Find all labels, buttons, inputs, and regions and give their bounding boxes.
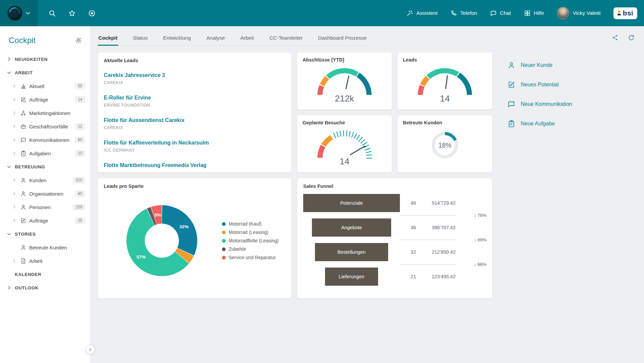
tab-status[interactable]: Status — [132, 32, 148, 45]
legend-dot — [222, 231, 226, 234]
sidebar-item-auftraege-betreuung[interactable]: Aufträge 25 — [0, 214, 90, 227]
funnel-bar-label: Bestellungen — [337, 249, 366, 255]
card-title: Abschlüsse [YTD] — [303, 57, 386, 63]
legend-label: Motorrad (Kauf) — [229, 221, 262, 227]
lead-link[interactable]: Carekix Jahresservice 3 — [104, 72, 165, 78]
telefon-button[interactable]: Telefon — [450, 10, 477, 17]
sidebar-item-organisationen[interactable]: Organisationen 60 — [0, 187, 90, 200]
funnel-bar-potenziale: Potenziale — [303, 194, 400, 212]
search-icon[interactable] — [48, 9, 56, 17]
card-title: Geplante Besuche — [303, 120, 386, 125]
lead-item: Flotte für Aussendienst Carekix CAREKIX — [104, 117, 285, 130]
user-menu[interactable]: Vicky Valetti — [557, 7, 601, 19]
abschluesse-gauge-chart: 212k — [310, 63, 379, 104]
neue-kommunikation-button[interactable]: Neue Kommunikation — [507, 100, 636, 108]
item-label: Kommunikationen — [29, 137, 73, 143]
funnel-amount: 396'707.42 — [416, 225, 456, 230]
funnel-conversion: ↓ 89% — [456, 237, 487, 242]
sidebar-section-betreuung[interactable]: BETREUUNG — [0, 160, 90, 173]
item-label: Aktuell — [29, 83, 73, 89]
legend-item: Motorradflotte (Leasing) — [222, 238, 279, 243]
record-icon[interactable] — [88, 9, 96, 17]
leads-gauge-card: Leads 14 — [398, 52, 492, 110]
chevron-right-icon — [12, 151, 16, 155]
sidebar-section-outlook[interactable]: OUTLOOK — [0, 281, 90, 294]
app-switcher[interactable] — [0, 0, 38, 26]
gear-icon[interactable] — [75, 37, 82, 44]
section-label: BETREUUNG — [15, 164, 45, 169]
sidebar-collapse-button[interactable] — [86, 345, 95, 354]
lead-link[interactable]: Flotte für Aussendienst Carekix — [104, 117, 184, 123]
lead-link[interactable]: Flotte Marktbetreuung Freemedia Verlag — [104, 162, 206, 168]
topbar: Assistent Telefon Chat Hilfe Vicky Valet… — [0, 0, 644, 26]
quick-action-label: Neue Kommunikation — [521, 101, 572, 107]
assistent-button[interactable]: Assistent — [406, 10, 438, 17]
sidebar-item-aufgaben[interactable]: Aufgaben 10 — [0, 147, 90, 160]
legend-label: Motorradflotte (Leasing) — [229, 238, 279, 243]
sidebar-section-neuigkeiten[interactable]: NEUIGKEITEN — [0, 52, 90, 66]
tab-dashboard-prozesse[interactable]: Dashboard Prozesse — [317, 32, 367, 45]
chat-button[interactable]: Chat — [490, 10, 511, 17]
page-title: Cockpit — [9, 36, 36, 45]
funnel-row: Angebote 36 396'707.42 — [303, 217, 486, 238]
item-label: Arbeit — [29, 258, 85, 264]
tab-cc-teamleiter[interactable]: CC-Teamleiter — [269, 32, 303, 45]
tab-cockpit[interactable]: Cockpit — [98, 32, 118, 45]
briefcase-icon — [20, 123, 27, 130]
legend-label: Service und Reparatur — [229, 255, 276, 260]
sidebar-section-kalender[interactable]: KALENDER — [0, 268, 90, 281]
lead-link[interactable]: E-Roller für Ervine — [104, 94, 151, 101]
share-icon[interactable] — [612, 34, 618, 41]
chevron-left-icon — [88, 348, 93, 352]
section-label: OUTLOOK — [15, 285, 39, 290]
chevron-right-icon — [12, 259, 16, 263]
person-icon — [20, 204, 27, 210]
star-icon[interactable] — [68, 9, 76, 17]
funnel-bar-angebote: Angebote — [312, 218, 391, 237]
hilfe-button[interactable]: Hilfe — [524, 10, 544, 17]
tab-analyse[interactable]: Analyse — [206, 32, 226, 45]
funnel-amount: 212'850.42 — [416, 249, 456, 255]
tab-arbeit[interactable]: Arbeit — [240, 32, 255, 45]
sidebar-item-geschaeftsvorfaelle[interactable]: Geschäftsvorfälle 12 — [0, 120, 90, 133]
leads-pro-sparte-donut-chart: 32%57%5% — [119, 198, 204, 283]
chevron-right-icon — [12, 218, 16, 223]
bsi-logo: bsi — [613, 7, 637, 19]
sidebar-section-stories[interactable]: STORIES — [0, 227, 90, 241]
neuer-kunde-button[interactable]: Neuer Kunde — [507, 61, 636, 69]
sidebar-section-arbeit[interactable]: ARBEIT — [0, 66, 90, 79]
chevron-right-icon — [7, 57, 11, 62]
legend-dot — [222, 239, 226, 243]
sidebar-item-arbeit-story[interactable]: Arbeit — [0, 254, 90, 268]
funnel-count: 21 — [400, 274, 416, 279]
legend-label: Zubehör — [229, 246, 246, 252]
item-label: Organisationen — [29, 191, 73, 197]
chevron-right-icon — [12, 111, 16, 115]
refresh-icon[interactable] — [628, 34, 635, 41]
funnel-divider: ↓ 89% — [303, 238, 486, 242]
sidebar-item-auftraege-arbeit[interactable]: Aufträge 14 — [0, 93, 90, 106]
quick-action-label: Neue Aufgabe — [521, 121, 555, 127]
lead-link[interactable]: Flotte für Kaffeeverteilung in Neckarsul… — [104, 139, 209, 146]
sidebar-tree: NEUIGKEITEN ARBEIT Aktuell 55 Aufträge 1… — [0, 52, 90, 294]
funnel-row: Lieferungen 21 123'495.42 — [303, 267, 486, 287]
legend-label: Motorrad (Leasing) — [229, 230, 268, 235]
sidebar-item-kommunikationen[interactable]: Kommunikationen 60 — [0, 133, 90, 147]
chevron-right-icon — [12, 205, 16, 209]
neue-aufgabe-button[interactable]: Neue Aufgabe — [507, 120, 636, 128]
sidebar-item-betreute-kunden[interactable]: Betreute Kunden — [0, 241, 90, 254]
sidebar-item-kunden[interactable]: Kunden 320 — [0, 173, 90, 187]
aktuelle-leads-card: Aktuelle Leads Carekix Jahresservice 3 C… — [98, 52, 291, 172]
neues-potential-button[interactable]: Neues Potential — [507, 81, 636, 89]
lead-item: E-Roller für Ervine ERVINE FOUNDATION — [104, 94, 285, 108]
funnel-count: 46 — [400, 200, 416, 206]
tab-entwicklung[interactable]: Entwicklung — [163, 32, 192, 45]
sidebar-item-aktuell[interactable]: Aktuell 55 — [0, 79, 90, 93]
chevron-down-icon — [7, 164, 11, 169]
sidebar-item-marketingaktionen[interactable]: Marketingaktionen — [0, 106, 90, 120]
chat-label: Chat — [500, 10, 511, 16]
funnel-bar-label: Potenziale — [340, 200, 363, 206]
chat-icon — [490, 10, 497, 17]
person-chart-icon — [20, 244, 27, 251]
sidebar-item-personen[interactable]: Personen 259 — [0, 200, 90, 214]
